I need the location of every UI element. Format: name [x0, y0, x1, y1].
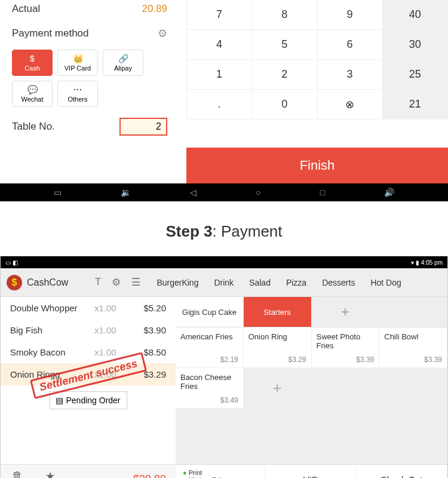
food-price: $3.39: [424, 356, 442, 364]
order-item-price: $3.90: [130, 325, 166, 335]
order-item-name: Smoky Bacon: [10, 347, 94, 357]
food-price: $3.29: [288, 356, 306, 364]
order-item[interactable]: Onion Ringgx1.00$3.29: [1, 363, 176, 385]
food-name: Bacon Cheese Fries: [180, 373, 238, 391]
category-tab-pizza[interactable]: Pizza: [278, 268, 314, 297]
order-item[interactable]: Big Fishx1.00$3.90: [1, 319, 176, 341]
keypad-key-3[interactable]: 3: [318, 60, 383, 90]
food-price: $3.39: [356, 356, 374, 364]
table-no-label: Table No.: [12, 121, 55, 133]
order-item-name: Double Whopper: [10, 303, 94, 313]
settings-icon[interactable]: ⚙: [112, 276, 121, 289]
step-title: Step 3: Payment: [0, 201, 448, 256]
category-tab-salad[interactable]: Salad: [241, 268, 278, 297]
app-name: CashCow: [27, 277, 87, 288]
food-name: Sweet Photo Fries: [317, 332, 375, 350]
subcat-add[interactable]: +: [312, 297, 380, 327]
order-item[interactable]: Double Whopperx1.00$5.20: [1, 297, 176, 319]
actual-value: 20.89: [142, 3, 167, 15]
print-option[interactable]: Kitchen Print: [183, 476, 265, 479]
keypad-key-6[interactable]: 6: [318, 30, 383, 60]
subcat-starters[interactable]: Starters: [244, 297, 312, 327]
keypad-key-8[interactable]: 8: [252, 0, 317, 30]
payment-method-wechat[interactable]: 💬Wechat: [12, 81, 53, 107]
category-tab-drink[interactable]: Drink: [206, 268, 241, 297]
food-name: Onion Ring: [248, 332, 306, 341]
order-item-qty: x1.00: [94, 369, 130, 379]
back-icon[interactable]: ◁: [190, 188, 197, 197]
order-item-price: $3.29: [130, 369, 166, 379]
keypad-key-9[interactable]: 9: [318, 0, 383, 30]
vip-button[interactable]: VIP: [265, 465, 356, 478]
category-tab-hot-dog[interactable]: Hot Dog: [363, 268, 409, 297]
pending-order-button[interactable]: ▤ Pending Order: [50, 391, 127, 409]
payment-method-others[interactable]: ⋯Others: [57, 81, 98, 107]
keypad-key-21[interactable]: 21: [383, 90, 448, 120]
print-option[interactable]: Print: [183, 469, 265, 476]
finish-button[interactable]: Finish: [186, 148, 448, 183]
order-item-price: $5.20: [130, 303, 166, 313]
food-item[interactable]: Bacon Cheese Fries$3.49: [176, 368, 244, 409]
keypad-key-⊗[interactable]: ⊗: [318, 90, 383, 120]
food-item[interactable]: Sweet Photo Fries$3.39: [312, 327, 380, 368]
checkout-button[interactable]: Check Out: [357, 465, 447, 478]
food-name: Chili Bowl: [384, 332, 442, 341]
order-item-name: Onion Ringg: [10, 369, 94, 379]
food-price: $3.49: [220, 396, 238, 405]
pm-icon: 👑: [73, 54, 83, 63]
food-item[interactable]: Onion Ring$3.29: [244, 327, 312, 368]
order-item-qty: x1.00: [94, 325, 130, 335]
payment-method-cash[interactable]: $Cash: [12, 50, 53, 76]
food-name: American Fries: [180, 332, 238, 341]
subcat-gigis-cup-cake[interactable]: Gigis Cup Cake: [176, 297, 244, 327]
screenshot-icon[interactable]: ▭: [54, 188, 62, 197]
status-bar: ▭ ◧ ▾ ▮ 4:05 pm: [1, 256, 447, 268]
home-icon[interactable]: ○: [256, 188, 260, 197]
pm-icon: $: [30, 54, 35, 63]
payment-method-label: Payment method: [12, 27, 89, 39]
keypad-key-1[interactable]: 1: [187, 60, 252, 90]
food-item[interactable]: Chili Bowl$3.39: [379, 327, 447, 368]
keypad-key-0[interactable]: 0: [252, 90, 317, 120]
payment-method-alipay[interactable]: 🔗Alipay: [103, 50, 143, 76]
keypad-key-.[interactable]: .: [187, 90, 252, 120]
order-total: $20.89: [133, 473, 176, 478]
pm-icon: ⋯: [73, 85, 82, 94]
keypad-key-7[interactable]: 7: [187, 0, 252, 30]
keypad-key-5[interactable]: 5: [252, 30, 317, 60]
template-icon[interactable]: T: [95, 276, 101, 289]
recents-icon[interactable]: □: [320, 188, 325, 197]
android-navbar: ▭ 🔉 ◁ ○ □ 🔊: [0, 183, 448, 201]
keypad-key-4[interactable]: 4: [187, 30, 252, 60]
volume-down-icon[interactable]: 🔉: [121, 188, 131, 197]
delete-button[interactable]: 🗑 Delete: [1, 470, 34, 478]
category-tab-burgerking[interactable]: BurgerKing: [149, 268, 206, 297]
food-item[interactable]: American Fries$2.19: [176, 327, 244, 368]
app-logo: $: [7, 275, 22, 290]
pending-icon: ▤: [56, 396, 63, 405]
pm-icon: 💬: [27, 85, 38, 94]
flavor-button[interactable]: ★ Flavor: [34, 470, 67, 479]
list-icon[interactable]: ☰: [131, 276, 140, 289]
payment-method-vip-card[interactable]: 👑VIP Card: [57, 50, 98, 76]
volume-up-icon[interactable]: 🔊: [384, 188, 394, 197]
food-add[interactable]: +: [244, 368, 312, 409]
order-item-price: $8.50: [130, 347, 166, 357]
keypad-key-40[interactable]: 40: [383, 0, 448, 30]
pm-icon: 🔗: [118, 54, 128, 63]
order-item-name: Big Fish: [10, 325, 94, 335]
trash-icon: 🗑: [12, 470, 23, 478]
food-price: $2.19: [220, 356, 238, 364]
order-item-qty: x1.00: [94, 347, 130, 357]
actual-label: Actual: [12, 3, 40, 15]
table-no-input[interactable]: [119, 118, 167, 136]
order-item-qty: x1.00: [94, 303, 130, 313]
gear-icon[interactable]: ⚙: [158, 27, 167, 40]
order-item[interactable]: Smoky Baconx1.00$8.50: [1, 341, 176, 363]
keypad-key-25[interactable]: 25: [383, 60, 448, 90]
keypad-key-30[interactable]: 30: [383, 30, 448, 60]
keypad-key-2[interactable]: 2: [252, 60, 317, 90]
star-icon: ★: [45, 470, 55, 479]
category-tab-desserts[interactable]: Desserts: [314, 268, 363, 297]
